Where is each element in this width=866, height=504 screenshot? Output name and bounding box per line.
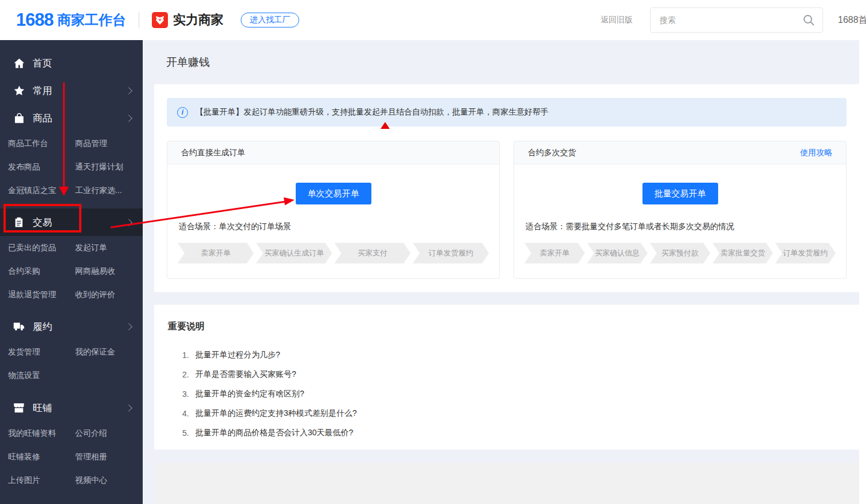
flow-step: 买家确认信息	[587, 243, 647, 263]
flow-step: 订单发货履约	[413, 243, 489, 263]
sidebar-item-products[interactable]: 商品	[0, 104, 143, 132]
back-to-old-link[interactable]: 返回旧版	[601, 15, 633, 25]
brand-suffix[interactable]: 商家工作台	[57, 11, 126, 29]
sidebar-item-home[interactable]: 首页	[0, 49, 143, 77]
sidebar-item-hot-plan[interactable]: 通天打爆计划	[75, 162, 135, 172]
shop-icon	[13, 401, 25, 414]
sidebar-item-marketing[interactable]: 营销	[0, 499, 143, 504]
info-icon: i	[177, 107, 188, 118]
bag-icon	[13, 112, 25, 124]
sidebar-item-video-center[interactable]: 视频中心	[75, 475, 135, 486]
usage-guide-link[interactable]: 使用攻略	[800, 148, 832, 158]
sidebar-subrow: 旺铺装修 管理相册	[0, 445, 143, 468]
sidebar-item-rongyishou[interactable]: 网商融易收	[75, 266, 135, 277]
power-seller-label: 实力商家	[173, 11, 224, 29]
notice-banner: i 【批量开单】发起订单功能重磅升级，支持批量发起并且结合自动扣款，批量开单，商…	[167, 98, 847, 127]
main-content: 开单赚钱 i 【批量开单】发起订单功能重磅升级，支持批量发起并且结合自动扣款，批…	[143, 40, 866, 504]
clipboard-icon	[13, 216, 25, 229]
scrollbar-track[interactable]	[859, 40, 866, 504]
sidebar-subrow: 发布商品 通天打爆计划	[0, 155, 143, 179]
truck-icon	[13, 320, 25, 333]
sidebar-item-label: 旺铺	[33, 401, 52, 415]
search-input[interactable]	[660, 15, 802, 25]
scene-text: 适合场景：单次交付的订单场景	[179, 222, 488, 232]
billing-panel: i 【批量开单】发起订单功能重磅升级，支持批量发起并且结合自动扣款，批量开单，商…	[154, 84, 859, 292]
flow-step: 卖家开单	[524, 243, 585, 263]
sidebar-item-shop-profile[interactable]: 我的旺铺资料	[8, 428, 75, 439]
scene-text: 适合场景：需要批量交付多笔订单或者长期多次交易的情况	[526, 222, 834, 232]
notes-item: 3. 批量开单的资金约定有啥区别?	[167, 384, 847, 404]
sidebar-item-label: 首页	[33, 57, 52, 70]
batch-order-card: 合约多次交货 使用攻略 批量交易开单 适合场景：需要批量交付多笔订单或者长期多次…	[514, 141, 847, 279]
sidebar-item-trade[interactable]: 交易	[0, 208, 143, 236]
sidebar-item-received-reviews[interactable]: 收到的评价	[75, 290, 135, 300]
enter-factory-button[interactable]: 进入找工厂	[241, 13, 299, 27]
brand-logo[interactable]: 1688	[16, 10, 53, 30]
sidebar-item-shipping-manage[interactable]: 发货管理	[8, 347, 75, 357]
notes-item: 1. 批量开单过程分为几步?	[167, 345, 847, 365]
sidebar-item-product-manage[interactable]: 商品管理	[75, 139, 135, 149]
sidebar-item-shop[interactable]: 旺铺	[0, 394, 143, 422]
sidebar-item-logistics-settings[interactable]: 物流设置	[8, 371, 75, 381]
sidebar-subrow: 退款退货管理 收到的评价	[0, 283, 143, 306]
flow-step: 买家确认生成订单	[256, 243, 332, 263]
sidebar-item-label: 常用	[33, 84, 52, 97]
page-title: 开单赚钱	[166, 55, 210, 70]
notes-item: 4. 批量开单的运费约定支持3种模式差别是什么?	[167, 404, 847, 423]
star-icon	[13, 84, 25, 97]
chevron-right-icon	[125, 404, 132, 412]
sidebar: 首页 常用 商品 商品工作台 商品管理 发布商品 通天打爆计划 金冠镇店之宝	[0, 40, 143, 504]
sidebar-item-publish-product[interactable]: 发布商品	[8, 162, 75, 172]
search-icon[interactable]	[802, 13, 816, 27]
header-divider	[139, 12, 139, 28]
flow-step: 订单发货履约	[775, 243, 836, 263]
sidebar-subrow: 商品工作台 商品管理	[0, 132, 143, 155]
sidebar-item-label: 履约	[33, 320, 52, 333]
sidebar-item-my-deposit[interactable]: 我的保证金	[75, 347, 135, 357]
top-header: 1688 商家工作台 实力商家 进入找工厂 返回旧版 1688首页	[0, 0, 866, 40]
sidebar-item-industry-select[interactable]: 工业行家选...	[75, 186, 135, 196]
chevron-right-icon	[125, 115, 132, 122]
site-home-link[interactable]: 1688首页	[838, 14, 866, 26]
sidebar-item-crown-treasure[interactable]: 金冠镇店之宝	[8, 186, 75, 196]
single-trade-button[interactable]: 单次交易开单	[296, 183, 371, 204]
flow-step: 卖家开单	[178, 243, 254, 263]
flow-step: 买家支付	[335, 243, 411, 263]
sidebar-item-favorites[interactable]: 常用	[0, 77, 143, 104]
footer-area	[154, 463, 859, 504]
sidebar-item-contract-purchase[interactable]: 合约采购	[8, 266, 75, 277]
sidebar-subrow: 合约采购 网商融易收	[0, 259, 143, 283]
title-bar: 开单赚钱	[143, 40, 866, 84]
sidebar-item-album-manage[interactable]: 管理相册	[75, 452, 135, 462]
sidebar-item-product-workbench[interactable]: 商品工作台	[8, 139, 75, 149]
sidebar-item-company-intro[interactable]: 公司介绍	[75, 428, 135, 439]
notes-item: 5. 批量开单的商品价格是否会计入30天最低价?	[167, 423, 847, 443]
sidebar-subrow: 发货管理 我的保证金	[0, 340, 143, 364]
sidebar-item-sold-goods[interactable]: 已卖出的货品	[8, 243, 75, 253]
header-right: 返回旧版 1688首页	[601, 0, 866, 40]
search-box[interactable]	[650, 7, 823, 33]
sidebar-item-upload-image[interactable]: 上传图片	[8, 475, 75, 486]
notes-title: 重要说明	[168, 321, 847, 333]
sidebar-item-shop-decorate[interactable]: 旺铺装修	[8, 452, 75, 462]
sidebar-subrow: 已卖出的货品 发起订单	[0, 236, 143, 259]
chevron-right-icon	[125, 87, 132, 94]
sidebar-item-label: 商品	[33, 112, 52, 125]
flow-step: 买家预付款	[650, 243, 710, 263]
sidebar-subrow: 物流设置	[0, 364, 143, 387]
chevron-right-icon	[125, 323, 132, 330]
sidebar-subrow: 金冠镇店之宝 工业行家选...	[0, 179, 143, 202]
notice-text: 【批量开单】发起订单功能重磅升级，支持批量发起并且结合自动扣款，批量开单，商家生…	[195, 107, 548, 117]
single-order-card: 合约直接生成订单 单次交易开单 适合场景：单次交付的订单场景 卖家开单 买家确认…	[167, 141, 500, 279]
flow-steps: 卖家开单 买家确认生成订单 买家支付 订单发货履约	[178, 243, 489, 263]
flow-step: 卖家批量交货	[712, 243, 773, 263]
flow-steps: 卖家开单 买家确认信息 买家预付款 卖家批量交货 订单发货履约	[524, 243, 836, 263]
sidebar-item-fulfillment[interactable]: 履约	[0, 313, 143, 340]
sidebar-item-refund-manage[interactable]: 退款退货管理	[8, 290, 75, 300]
chevron-right-icon	[125, 219, 132, 226]
sidebar-subrow: 我的旺铺资料 公司介绍	[0, 422, 143, 445]
notes-item: 2. 开单是否需要输入买家账号?	[167, 365, 847, 384]
notes-panel: 重要说明 1. 批量开单过程分为几步? 2. 开单是否需要输入买家账号? 3. …	[154, 305, 859, 450]
batch-trade-button[interactable]: 批量交易开单	[642, 183, 718, 204]
sidebar-item-create-order[interactable]: 发起订单	[75, 243, 135, 253]
